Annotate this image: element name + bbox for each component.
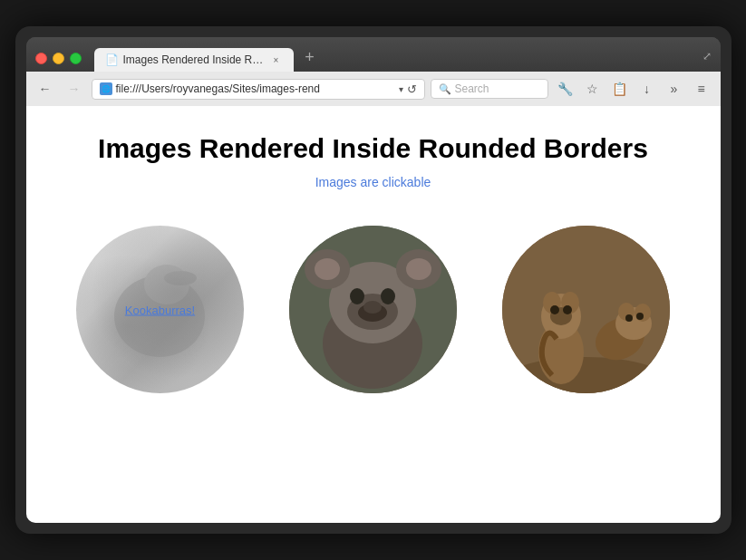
expand-button[interactable]: ⤢ xyxy=(702,50,712,63)
back-button[interactable]: ← xyxy=(34,77,57,101)
active-tab[interactable]: 📄 Images Rendered Inside Roun... × xyxy=(94,48,294,72)
new-tab-button[interactable]: + xyxy=(297,44,323,70)
toolbar-icons: 🔧 ☆ 📋 ↓ » ≡ xyxy=(554,77,713,101)
svg-point-12 xyxy=(381,288,395,304)
address-text: file:///Users/royvanegas/Sites/images-re… xyxy=(116,82,395,95)
forward-button[interactable]: → xyxy=(63,77,86,101)
download-icon[interactable]: ↓ xyxy=(635,77,659,101)
image-meerkats[interactable] xyxy=(502,226,670,393)
tabs-area: 📄 Images Rendered Inside Roun... × + xyxy=(94,44,695,72)
search-bar[interactable]: 🔍 Search xyxy=(431,79,548,99)
star-icon[interactable]: ☆ xyxy=(581,77,605,101)
search-placeholder: Search xyxy=(455,82,489,95)
svg-point-23 xyxy=(563,305,572,314)
svg-point-8 xyxy=(315,258,340,280)
page-content: Images Rendered Inside Rounded Borders I… xyxy=(26,106,721,523)
image-kookaburra[interactable]: Kookaburras! xyxy=(76,226,244,393)
traffic-lights xyxy=(35,53,82,64)
page-title: Images Rendered Inside Rounded Borders xyxy=(63,133,684,164)
maximize-button[interactable] xyxy=(70,53,82,64)
svg-point-2 xyxy=(164,271,197,285)
koala-image xyxy=(289,226,457,393)
meerkats-image xyxy=(502,226,670,393)
monitor: 📄 Images Rendered Inside Roun... × + ⤢ ←… xyxy=(15,26,731,534)
bookmark-icon[interactable]: 📋 xyxy=(608,77,632,101)
address-favicon-icon: 🌐 xyxy=(100,82,112,95)
tab-title: Images Rendered Inside Roun... xyxy=(123,53,265,66)
svg-point-14 xyxy=(363,301,382,314)
svg-point-9 xyxy=(406,258,431,280)
svg-point-11 xyxy=(350,288,364,304)
svg-point-29 xyxy=(636,313,644,320)
nav-bar: ← → 🌐 file:///Users/royvanegas/Sites/ima… xyxy=(26,72,721,106)
image-koala[interactable] xyxy=(289,226,457,393)
wrench-icon[interactable]: 🔧 xyxy=(554,77,577,101)
tab-favicon: 📄 xyxy=(105,53,118,66)
address-dropdown-icon[interactable]: ▾ xyxy=(399,84,403,94)
more-icon[interactable]: » xyxy=(663,77,686,101)
close-button[interactable] xyxy=(35,53,47,64)
kookaburra-link[interactable]: Kookaburras! xyxy=(125,303,195,316)
svg-point-22 xyxy=(550,305,559,314)
search-icon: 🔍 xyxy=(439,83,451,95)
menu-icon[interactable]: ≡ xyxy=(690,77,713,101)
tab-close-button[interactable]: × xyxy=(270,53,283,66)
reload-button[interactable]: ↺ xyxy=(407,82,417,96)
browser-window: 📄 Images Rendered Inside Roun... × + ⤢ ←… xyxy=(26,37,721,523)
svg-point-27 xyxy=(635,304,651,322)
title-bar: 📄 Images Rendered Inside Roun... × + ⤢ xyxy=(26,37,721,72)
page-subtitle: Images are clickable xyxy=(63,175,684,189)
images-container: Kookaburras! xyxy=(63,226,684,393)
address-bar[interactable]: 🌐 file:///Users/royvanegas/Sites/images-… xyxy=(92,79,425,100)
minimize-button[interactable] xyxy=(53,53,64,64)
svg-point-28 xyxy=(625,314,633,322)
